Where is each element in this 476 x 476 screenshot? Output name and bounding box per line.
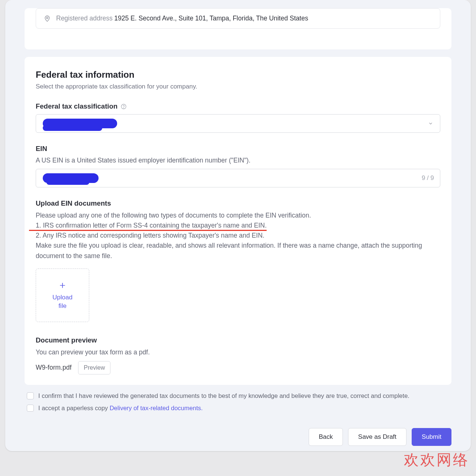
ein-description: A US EIN is a United States issued emplo… [36, 157, 440, 164]
classification-label: Federal tax classification [36, 102, 440, 110]
registered-address-value: 1925 E. Second Ave., Suite 101, Tampa, F… [114, 15, 308, 22]
submit-button[interactable]: Submit [412, 428, 451, 446]
document-filename: W9-form.pdf [36, 364, 71, 372]
classification-select[interactable] [36, 114, 440, 133]
form-page: Registered address 1925 E. Second Ave., … [5, 0, 471, 451]
svg-point-2 [123, 107, 124, 108]
registered-address-row: Registered address 1925 E. Second Ave., … [36, 8, 440, 29]
preview-button[interactable]: Preview [78, 361, 110, 374]
upload-file-button[interactable]: ＋ Upload file [36, 268, 89, 322]
ein-input[interactable]: 9 / 9 [36, 169, 440, 187]
upload-intro: Please upload any one of the following t… [36, 210, 440, 221]
federal-tax-card: Federal tax information Select the appro… [25, 57, 451, 385]
upload-item-1: 1. IRS confirmation letter of Form SS-4 … [29, 222, 267, 231]
section-subtitle: Select the appropriate tax classificatio… [36, 83, 440, 90]
redacted-value [43, 125, 102, 131]
upload-note: Make sure the file you upload is clear, … [36, 241, 440, 261]
delivery-link[interactable]: Delivery of tax-related documents. [110, 405, 203, 411]
redacted-value [46, 180, 89, 185]
document-preview-sub: You can preview your tax form as a pdf. [36, 347, 440, 357]
paperless-text: I accept a paperless copy [38, 405, 110, 411]
registered-address-label: Registered address [56, 15, 113, 22]
svg-point-0 [46, 17, 48, 19]
ein-label: EIN [36, 145, 440, 153]
accept-paperless-checkbox[interactable] [27, 405, 34, 412]
upload-file-label: Upload file [49, 293, 75, 311]
confirm-review-checkbox[interactable] [27, 392, 34, 399]
section-title: Federal tax information [36, 70, 440, 80]
location-pin-icon [44, 15, 51, 22]
save-draft-button[interactable]: Save as Draft [348, 428, 406, 446]
help-circle-icon[interactable] [120, 103, 127, 110]
upload-heading: Upload EIN documents [36, 199, 440, 208]
watermark: 欢欢网络 [404, 450, 469, 470]
confirmations: I confirm that I have reviewed the gener… [25, 392, 451, 412]
action-bar: Back Save as Draft Submit [25, 428, 451, 446]
ein-char-counter: 9 / 9 [422, 174, 434, 182]
plus-icon: ＋ [58, 280, 67, 290]
back-button[interactable]: Back [309, 428, 343, 446]
address-card: Registered address 1925 E. Second Ave., … [25, 8, 451, 49]
upload-item-2: 2. Any IRS notice and corresponding lett… [36, 231, 440, 241]
chevron-down-icon [428, 121, 433, 126]
document-preview-heading: Document preview [36, 336, 440, 344]
confirm-review-text: I confirm that I have reviewed the gener… [38, 392, 409, 399]
